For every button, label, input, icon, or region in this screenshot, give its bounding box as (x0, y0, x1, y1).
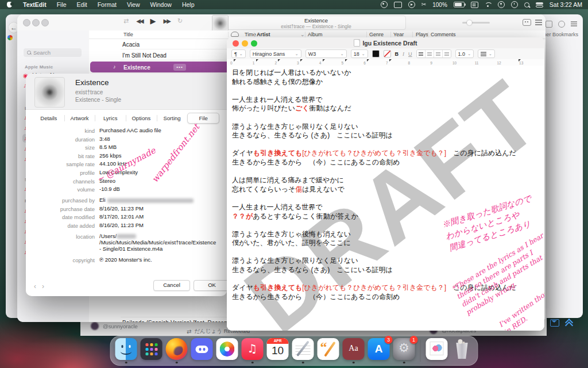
menu-app-name[interactable]: TextEdit (18, 1, 52, 8)
menu-format[interactable]: Format (92, 1, 122, 8)
dialog-tab-artwork[interactable]: Artwork (64, 113, 95, 124)
highlight-color-swatch[interactable] (384, 50, 391, 57)
menu-file[interactable]: File (52, 1, 72, 8)
tab-stop-marker[interactable] (234, 59, 236, 62)
close-icon[interactable] (23, 19, 30, 26)
trash-icon[interactable] (451, 338, 473, 360)
font-size-select[interactable]: 18⌄ (351, 49, 368, 58)
lyrics-panel-icon[interactable] (523, 19, 531, 26)
font-weight-select[interactable]: W3⌄ (305, 49, 347, 58)
display-status-icon[interactable] (394, 2, 402, 8)
dock-item-calendar[interactable]: APR10 (267, 338, 289, 363)
align-left-icon[interactable] (417, 50, 425, 57)
browser-extension-icon[interactable] (546, 21, 552, 28)
now-playing-bar[interactable]: Existence exist†trace — Existence - Sing… (212, 16, 406, 30)
dock-item-discord[interactable] (191, 338, 213, 363)
wifi-icon[interactable] (485, 2, 492, 7)
dialog-tab-details[interactable]: Details (33, 113, 64, 124)
dock-item-photos[interactable] (216, 338, 238, 363)
text-color-swatch[interactable] (372, 50, 380, 57)
dock-item-appstore[interactable]: 3 (368, 338, 390, 363)
track-more-button[interactable]: ••• (173, 64, 186, 71)
next-button[interactable]: ▶▶ (164, 18, 170, 24)
music-search-input[interactable]: Search (24, 48, 82, 57)
tab-stop-marker[interactable] (345, 59, 347, 62)
list-style-select[interactable]: ⌄ (478, 49, 495, 58)
dock-item-finder[interactable] (115, 338, 137, 363)
dock-item-writer[interactable] (318, 338, 339, 363)
dialog-tab-sorting[interactable]: Sorting (157, 113, 188, 124)
column-genre[interactable]: Genre (369, 32, 384, 37)
appstore-icon[interactable]: 3 (368, 338, 390, 360)
cloud-status-column-icon[interactable] (231, 32, 239, 37)
dialog-tab-options[interactable]: Options (126, 113, 157, 124)
cancel-button[interactable]: Cancel (153, 280, 190, 291)
dialog-tab-lyrics[interactable]: Lyrics (95, 113, 126, 124)
line-spacing-select[interactable]: 1.0⌄ (455, 49, 474, 58)
volume-slider[interactable] (462, 22, 490, 24)
column-year[interactable]: Year (393, 32, 404, 37)
menu-edit[interactable]: Edit (72, 1, 92, 8)
font-family-select[interactable]: Hiragino Sans⌄ (250, 49, 301, 58)
compose-tweet-icon[interactable] (550, 319, 559, 327)
tab-stop-marker[interactable] (300, 59, 303, 62)
settings-icon[interactable]: 1 (393, 338, 415, 360)
dock-item-firefox[interactable] (166, 338, 188, 363)
ok-button[interactable]: OK (194, 280, 227, 291)
control-center-icon[interactable] (536, 2, 543, 7)
firefox-icon[interactable] (166, 338, 188, 360)
tab-stop-marker[interactable] (367, 59, 369, 62)
camera-app-status-icon[interactable] (381, 1, 388, 8)
dialog-tab-file[interactable]: File (187, 113, 219, 124)
spotlight-search-icon[interactable] (524, 2, 529, 7)
column-comments[interactable]: Comments (431, 32, 456, 37)
paragraph-style-select[interactable]: ¶⌄ (231, 49, 246, 58)
menu-view[interactable]: View (122, 1, 145, 8)
dock-item-launchpad[interactable] (141, 338, 163, 363)
textedit-titlebar[interactable]: Igu Existence Draft (227, 37, 544, 49)
align-justify-icon[interactable] (434, 50, 442, 57)
repeat-button[interactable]: ↻ (177, 17, 183, 25)
alignment-buttons[interactable] (416, 49, 451, 58)
tab-stop-marker[interactable] (256, 59, 258, 62)
browser-menu-icon[interactable] (571, 21, 577, 22)
minimize-icon[interactable] (32, 19, 40, 26)
underline-button[interactable]: U (408, 51, 412, 57)
dock-item-doc[interactable] (426, 338, 448, 363)
play-button[interactable]: ▶ (150, 17, 156, 25)
battery-icon[interactable] (454, 2, 465, 7)
column-album[interactable]: Album (308, 32, 323, 37)
photos-icon[interactable] (216, 338, 238, 360)
doc-icon[interactable] (426, 338, 448, 360)
apple-menu-icon[interactable] (7, 2, 12, 7)
italic-button[interactable]: I (403, 51, 404, 57)
finder-icon[interactable] (115, 338, 137, 360)
writer-icon[interactable] (318, 338, 339, 360)
column-artist[interactable]: Artist (257, 32, 270, 37)
user-handle[interactable]: @sunnyoracle (103, 323, 138, 329)
dock-item-trash[interactable] (451, 338, 473, 363)
user-account-icon[interactable] (498, 1, 505, 8)
now-playing-status-icon[interactable] (408, 1, 415, 8)
column-title[interactable]: Title (123, 32, 133, 37)
browser-profile-icon[interactable] (558, 21, 565, 28)
dock-item-music[interactable] (242, 338, 264, 363)
time-machine-icon[interactable] (511, 1, 518, 8)
discord-icon[interactable] (191, 338, 213, 360)
tab-stop-marker[interactable] (278, 59, 280, 62)
align-right-icon[interactable] (442, 50, 451, 57)
menu-clock[interactable]: Sat 3:22 AM (550, 1, 582, 8)
up-next-queue-icon[interactable] (535, 20, 542, 21)
launchpad-icon[interactable] (141, 338, 163, 360)
bold-button[interactable]: B (395, 51, 399, 57)
input-source-icon[interactable] (471, 2, 478, 8)
document-content[interactable]: DRAFT 目を閉じれば一人君はいるかいないか触れる感触さえも僕の想像か 一人生… (227, 66, 544, 331)
tab-stop-marker[interactable] (323, 59, 325, 62)
menu-help[interactable]: Help (177, 1, 200, 8)
previous-button[interactable]: ◀◀ (136, 18, 142, 24)
music-icon[interactable] (242, 338, 264, 360)
zoom-icon[interactable] (41, 19, 49, 26)
tab-stop-marker[interactable] (389, 59, 392, 62)
scissors-status-icon[interactable]: ✂ (421, 2, 426, 7)
dock-item-settings[interactable]: 1 (393, 338, 415, 363)
